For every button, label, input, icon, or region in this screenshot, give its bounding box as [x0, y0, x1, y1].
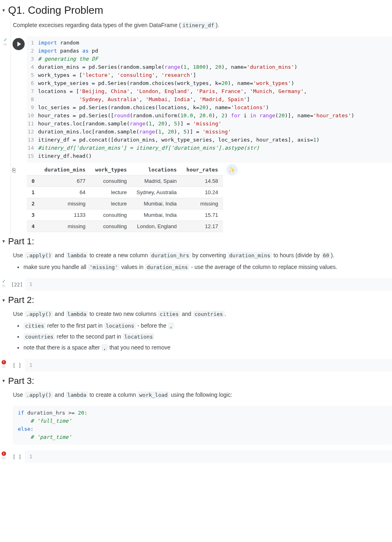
exec-duration: 0s [4, 42, 7, 46]
heading-part3: Part 3: [8, 376, 34, 386]
code-cell-part3: ! 0s [ ] 1 [0, 450, 392, 463]
error-icon: ! [2, 360, 6, 364]
cell-status-gutter: ✓ 0s [0, 278, 7, 291]
section-q1: ▼ Q1. Coding Problem Complete excecises … [2, 4, 392, 232]
error-icon: ! [2, 451, 6, 456]
chevron-down-icon: ▼ [2, 298, 6, 303]
check-icon: ✓ [4, 38, 7, 42]
check-icon: ✓ [2, 279, 6, 284]
table-header: duration_mins [40, 164, 91, 176]
exec-count: [ ] [13, 452, 21, 460]
section-toggle[interactable]: ▼ Q1. Coding Problem [2, 4, 392, 17]
code-block: if duration_hrs >= 20: # 'full_time'else… [13, 406, 392, 445]
play-icon [17, 42, 21, 47]
part2-description: Use .apply() and lambda to create two ne… [13, 309, 392, 352]
cell-status-gutter: ✓ 0s [2, 36, 9, 163]
code-cell-q1: ✓ 0s 1import random2import pandas as pd3… [2, 36, 392, 163]
table-header: work_types [91, 164, 132, 176]
list-item: cities refer to the first part in locati… [23, 321, 392, 330]
code-editor[interactable]: 1import random2import pandas as pd3# gen… [27, 36, 392, 163]
exec-duration: 0s [2, 456, 5, 460]
heading-part1: Part 1: [8, 236, 34, 247]
cell-output: ⎘ duration_minswork_typeslocationshour_r… [9, 164, 392, 232]
section-toggle[interactable]: ▼ Part 1: [2, 236, 392, 247]
table-row: 31133consultingMumbai, India15.71 [27, 209, 223, 220]
section-toggle[interactable]: ▼ Part 3: [2, 376, 392, 386]
exec-duration: 0s [2, 284, 5, 288]
exec-count: [ ] [13, 360, 21, 368]
code-editor[interactable]: 1 [25, 278, 392, 291]
table-header [27, 164, 40, 176]
chevron-down-icon: ▼ [2, 379, 6, 383]
table-header: hour_rates [181, 164, 223, 176]
output-expand-icon[interactable]: ⎘ [9, 164, 27, 232]
code-cell-part1: ✓ 0s [22] 1 [0, 278, 392, 291]
dataframe-table: duration_minswork_typeslocationshour_rat… [27, 164, 223, 232]
run-cell-button[interactable] [13, 38, 25, 50]
list-item: note that there is a space after , that … [23, 343, 392, 352]
list-item: make sure you handle all 'missing' value… [23, 263, 392, 272]
list-item: countries refer to the second part in lo… [23, 332, 392, 341]
table-row: 4missingconsultingLondon, England12.17 [27, 220, 223, 232]
section-part3: ▼ Part 3: Use .apply() and lambda to cre… [2, 376, 392, 445]
code-cell-part2: ! 0s [ ] 1 [0, 359, 392, 372]
table-row: 164lectureSydney, Australia10.24 [27, 186, 223, 198]
code-editor[interactable]: 1 [25, 359, 392, 372]
section-part1: ▼ Part 1: Use .apply() and lambda to cre… [2, 236, 392, 272]
part3-description: Use .apply() and lambda to create a colu… [13, 390, 392, 400]
chevron-down-icon: ▼ [2, 8, 6, 13]
section-toggle[interactable]: ▼ Part 2: [2, 295, 392, 305]
cell-status-gutter: ! 0s [0, 450, 7, 463]
heading-q1: Q1. Coding Problem [8, 4, 103, 17]
section-part2: ▼ Part 2: Use .apply() and lambda to cre… [2, 295, 392, 352]
table-row: 0677consultingMadrid, Spain14.58 [27, 175, 223, 186]
table-row: 2missinglectureMumbai, Indiamissing [27, 198, 223, 209]
chevron-down-icon: ▼ [2, 239, 6, 243]
table-header: locations [132, 164, 181, 176]
exec-duration: 0s [2, 365, 5, 368]
magic-wand-icon[interactable]: ✨ [226, 164, 238, 176]
q1-description: Complete excecises regarding data types … [13, 21, 392, 30]
heading-part2: Part 2: [8, 295, 34, 305]
part1-description: Use .apply() and lambda to create a new … [13, 251, 392, 272]
section-indent-line [11, 18, 11, 234]
code-editor[interactable]: 1 [25, 450, 392, 463]
cell-status-gutter: ! 0s [0, 359, 7, 372]
exec-count: [22] [11, 279, 23, 288]
